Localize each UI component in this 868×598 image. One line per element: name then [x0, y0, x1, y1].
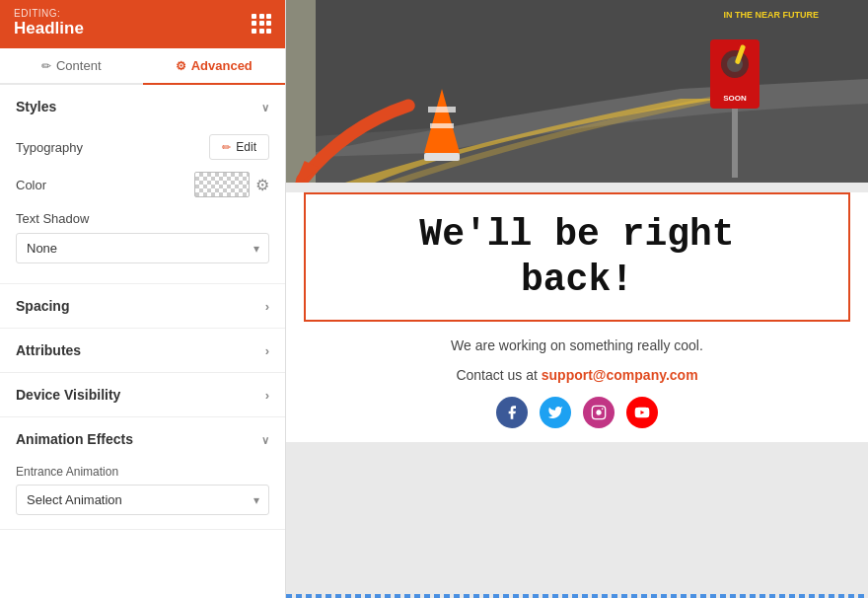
- attributes-section: Attributes: [0, 329, 285, 373]
- color-row: Color ⚙: [16, 172, 269, 197]
- contact-text: Contact us at support@company.com: [286, 363, 868, 397]
- main-content: SOON IN THE NEAR FUTURE We'll be right b…: [286, 0, 868, 598]
- svg-rect-6: [430, 123, 454, 128]
- panel-tabs: ✏ Content ⚙ Advanced: [0, 48, 285, 85]
- editing-label: EDITING:: [14, 8, 84, 19]
- color-picker-icon[interactable]: ⚙: [255, 176, 269, 194]
- instagram-icon[interactable]: [583, 397, 615, 428]
- device-visibility-section: Device Visibility: [0, 373, 285, 417]
- shadow-select[interactable]: None Light Medium Heavy Custom: [16, 233, 269, 263]
- spacing-chevron: [265, 299, 269, 314]
- attributes-label: Attributes: [16, 342, 81, 358]
- animation-effects-section: Animation Effects Entrance Animation Sel…: [0, 417, 285, 530]
- animation-select[interactable]: Select Animation Fade In Slide In Zoom I…: [16, 485, 269, 515]
- headline-box: We'll be right back!: [304, 192, 850, 322]
- shadow-select-wrapper: None Light Medium Heavy Custom ▾: [16, 233, 269, 263]
- youtube-icon[interactable]: [626, 397, 658, 428]
- svg-text:SOON: SOON: [723, 94, 747, 103]
- headline-line2: back!: [521, 259, 633, 301]
- color-swatch[interactable]: [194, 172, 250, 197]
- svg-rect-2: [286, 0, 316, 183]
- styles-label: Styles: [16, 99, 56, 114]
- typography-row: Typography ✏ Edit: [16, 134, 269, 160]
- entrance-animation-label: Entrance Animation: [16, 465, 269, 479]
- text-shadow-row: Text Shadow None Light Medium Heavy Cust…: [16, 209, 269, 263]
- panel-header: EDITING: Headline: [0, 0, 285, 48]
- grid-menu-icon[interactable]: [252, 14, 271, 34]
- device-visibility-label: Device Visibility: [16, 387, 120, 403]
- tab-advanced[interactable]: ⚙ Advanced: [143, 48, 286, 85]
- tab-content[interactable]: ✏ Content: [0, 48, 143, 83]
- edit-button-label: Edit: [236, 140, 256, 154]
- bottom-progress-bar: [286, 594, 868, 598]
- color-swatch-container: ⚙: [194, 172, 269, 197]
- styles-content: Typography ✏ Edit Color ⚙ Text Shadow: [0, 128, 285, 283]
- headline-text: We'll be right back!: [322, 212, 832, 302]
- styles-section-header[interactable]: Styles: [0, 85, 285, 128]
- facebook-icon[interactable]: [496, 397, 528, 428]
- spacing-section-header[interactable]: Spacing: [0, 284, 285, 328]
- tab-content-label: Content: [56, 58, 102, 73]
- svg-text:IN THE NEAR FUTURE: IN THE NEAR FUTURE: [724, 10, 820, 20]
- styles-chevron-down: [261, 100, 269, 114]
- device-visibility-section-header[interactable]: Device Visibility: [0, 373, 285, 416]
- contact-email[interactable]: support@company.com: [542, 367, 698, 383]
- attributes-section-header[interactable]: Attributes: [0, 329, 285, 372]
- pencil-icon: ✏: [41, 59, 51, 73]
- svg-rect-7: [732, 99, 738, 178]
- edit-pencil-icon: ✏: [222, 141, 231, 154]
- headline-line1: We'll be right: [419, 213, 734, 256]
- construction-image-area: SOON IN THE NEAR FUTURE: [286, 0, 868, 183]
- device-visibility-chevron: [265, 388, 269, 403]
- contact-prefix: Contact us at: [456, 367, 538, 383]
- social-icons: [286, 397, 868, 442]
- animation-content: Entrance Animation Select Animation Fade…: [0, 461, 285, 529]
- styles-section: Styles Typography ✏ Edit Color ⚙: [0, 85, 285, 284]
- animation-effects-chevron: [261, 432, 269, 447]
- panel-header-inner: EDITING: Headline: [14, 8, 84, 38]
- attributes-chevron: [265, 343, 269, 358]
- settings-icon: ⚙: [176, 59, 186, 73]
- twitter-icon[interactable]: [540, 397, 571, 428]
- text-shadow-label: Text Shadow: [16, 211, 89, 226]
- animation-select-wrapper: Select Animation Fade In Slide In Zoom I…: [16, 485, 269, 515]
- svg-rect-5: [428, 107, 456, 112]
- svg-rect-4: [424, 153, 460, 161]
- spacing-label: Spacing: [16, 298, 69, 314]
- left-panel: EDITING: Headline ✏ Content ⚙ Advanced S…: [0, 0, 286, 598]
- panel-title: Headline: [14, 19, 84, 38]
- content-white-area: We'll be right back! We are working on s…: [286, 192, 868, 442]
- road-svg: SOON IN THE NEAR FUTURE: [286, 0, 868, 183]
- color-label: Color: [16, 178, 46, 192]
- tab-advanced-label: Advanced: [191, 58, 253, 73]
- typography-label: Typography: [16, 140, 83, 155]
- typography-edit-button[interactable]: ✏ Edit: [209, 134, 269, 160]
- sub-text: We are working on something really cool.: [286, 322, 868, 363]
- animation-effects-section-header[interactable]: Animation Effects: [0, 417, 285, 461]
- spacing-section: Spacing: [0, 284, 285, 329]
- animation-effects-label: Animation Effects: [16, 431, 133, 447]
